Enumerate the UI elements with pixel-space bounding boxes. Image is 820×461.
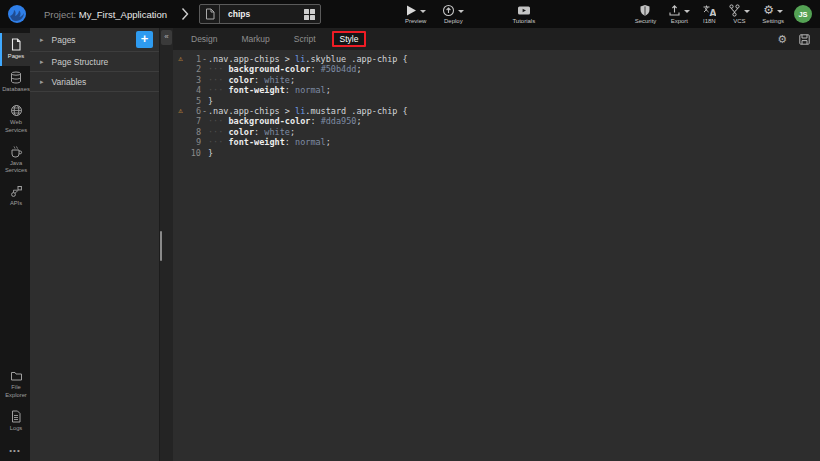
preview-button[interactable]: Preview: [405, 4, 426, 24]
pages-grid-icon[interactable]: [304, 9, 315, 20]
panel-section-variables-label: Variables: [52, 77, 87, 87]
vcs-label: VCS: [733, 18, 745, 24]
sidebar-item-web-services[interactable]: Web Services: [0, 99, 30, 139]
export-button[interactable]: Export: [668, 4, 690, 24]
line-number: 3: [188, 75, 201, 85]
deploy-button[interactable]: Deploy: [442, 4, 464, 24]
code-line[interactable]: ⚠1-.nav.app-chips > li.skyblue .app-chip…: [173, 54, 820, 64]
expand-arrow-icon[interactable]: ▸: [40, 58, 44, 66]
current-page-selector[interactable]: chips: [199, 4, 321, 24]
save-icon[interactable]: [799, 34, 810, 45]
topbar-right-actions: Security Export A: [635, 4, 784, 24]
expand-arrow-icon[interactable]: ▸: [40, 78, 44, 86]
panel-section-variables[interactable]: ▸ Variables: [30, 72, 159, 92]
sidebar-item-java-services[interactable]: Java Services: [0, 140, 30, 180]
code-line[interactable]: 4··· font-weight: normal;: [173, 85, 820, 95]
topbar-left-actions: Preview Deploy: [405, 4, 464, 24]
expand-arrow-icon[interactable]: ▸: [40, 36, 44, 44]
more-options-icon[interactable]: •••: [0, 438, 30, 461]
video-icon: [517, 4, 531, 17]
top-bar: Project: My_First_Application chips Prev…: [0, 0, 820, 28]
preview-label: Preview: [405, 18, 426, 24]
line-number: 9: [188, 137, 201, 147]
code-line[interactable]: ⚠6-.nav.app-chips > li.mustard .app-chip…: [173, 106, 820, 116]
settings-caret-icon[interactable]: [777, 10, 783, 13]
user-avatar[interactable]: JS: [794, 5, 812, 23]
play-icon: [405, 4, 417, 17]
wavemaker-logo-icon[interactable]: [0, 0, 34, 28]
deploy-label: Deploy: [444, 18, 463, 24]
translate-icon: A: [702, 4, 716, 17]
project-label: Project:: [44, 9, 76, 20]
sidebar-label-file-explorer: File Explorer: [2, 384, 30, 398]
globe-icon: [10, 104, 23, 117]
tab-style[interactable]: Style: [332, 31, 367, 47]
sidebar-label-databases: Databases: [2, 86, 30, 93]
line-number: 6: [188, 106, 201, 116]
css-code-editor[interactable]: ⚠1-.nav.app-chips > li.skyblue .app-chip…: [173, 50, 820, 461]
code-line[interactable]: 5}: [173, 96, 820, 106]
fold-marker[interactable]: -: [201, 54, 208, 64]
add-page-button[interactable]: +: [136, 31, 153, 48]
vcs-button[interactable]: VCS: [728, 4, 750, 24]
security-label: Security: [635, 18, 657, 24]
code-text: ··· color: white;: [208, 127, 295, 137]
settings-button[interactable]: ⚙ Settings: [762, 4, 784, 24]
code-text: .nav.app-chips > li.skyblue .app-chip {: [208, 54, 408, 64]
code-line[interactable]: 7··· background-color: #dda950;: [173, 116, 820, 126]
code-line[interactable]: 2··· background-color: #50b4dd;: [173, 64, 820, 74]
code-line[interactable]: 8··· color: white;: [173, 127, 820, 137]
sidebar-item-apis[interactable]: APIs: [0, 180, 30, 213]
code-line[interactable]: 9··· font-weight: normal;: [173, 137, 820, 147]
code-text: ··· font-weight: normal;: [208, 85, 331, 95]
editor-settings-gear-icon[interactable]: ⚙: [777, 33, 787, 45]
line-number: 7: [188, 116, 201, 126]
editor-tab-bar: Design Markup Script Style ⚙: [173, 28, 820, 50]
panel-collapse-strip: «: [160, 28, 173, 461]
security-button[interactable]: Security: [635, 4, 657, 24]
line-number: 5: [188, 96, 201, 106]
sidebar-item-file-explorer[interactable]: File Explorer: [0, 365, 30, 404]
sidebar-bottom-group: File Explorer Logs •••: [0, 365, 30, 461]
line-number: 2: [188, 64, 201, 74]
sidebar-label-apis: APIs: [10, 200, 22, 207]
panel-section-page-structure-label: Page Structure: [52, 57, 109, 67]
page-name: chips: [220, 9, 304, 19]
page-icon: [10, 38, 22, 51]
export-caret-icon[interactable]: [684, 10, 690, 13]
sidebar-item-logs[interactable]: Logs: [0, 405, 30, 438]
shield-icon: [639, 4, 651, 17]
tab-design[interactable]: Design: [183, 31, 225, 47]
code-text: ··· background-color: #dda950;: [208, 116, 362, 126]
project-breadcrumb: Project: My_First_Application: [44, 9, 167, 20]
sidebar-item-databases[interactable]: Databases: [0, 66, 30, 99]
vcs-caret-icon[interactable]: [744, 10, 750, 13]
i18n-button[interactable]: A I18N: [702, 4, 716, 24]
code-line[interactable]: 10}: [173, 148, 820, 158]
database-icon: [10, 71, 22, 84]
tab-script[interactable]: Script: [286, 31, 324, 47]
tutorials-button[interactable]: Tutorials: [512, 4, 535, 24]
i18n-label: I18N: [703, 18, 716, 24]
fold-marker[interactable]: -: [201, 106, 208, 116]
tab-markup[interactable]: Markup: [233, 31, 277, 47]
deploy-caret-icon[interactable]: [458, 10, 464, 13]
export-icon: [668, 4, 681, 17]
sidebar-label-web-services: Web Services: [2, 119, 30, 133]
collapse-panel-button[interactable]: «: [161, 30, 172, 45]
sidebar-label-java-services: Java Services: [2, 160, 30, 174]
deploy-upload-icon: [442, 4, 455, 17]
sidebar-item-pages[interactable]: Pages: [0, 33, 30, 66]
panel-section-page-structure[interactable]: ▸ Page Structure: [30, 52, 159, 72]
panel-scrollbar[interactable]: [160, 231, 162, 261]
sidebar-label-pages: Pages: [8, 53, 24, 60]
api-nodes-icon: [10, 185, 23, 198]
page-file-icon: [200, 5, 220, 23]
tutorials-label: Tutorials: [512, 18, 535, 24]
tabbar-right-icons: ⚙: [777, 33, 810, 45]
preview-caret-icon[interactable]: [420, 10, 426, 13]
code-line[interactable]: 3··· color: white;: [173, 75, 820, 85]
line-number: 10: [188, 148, 201, 158]
panel-section-pages[interactable]: ▸ Pages +: [30, 28, 159, 52]
panel-section-pages-label: Pages: [52, 35, 76, 45]
